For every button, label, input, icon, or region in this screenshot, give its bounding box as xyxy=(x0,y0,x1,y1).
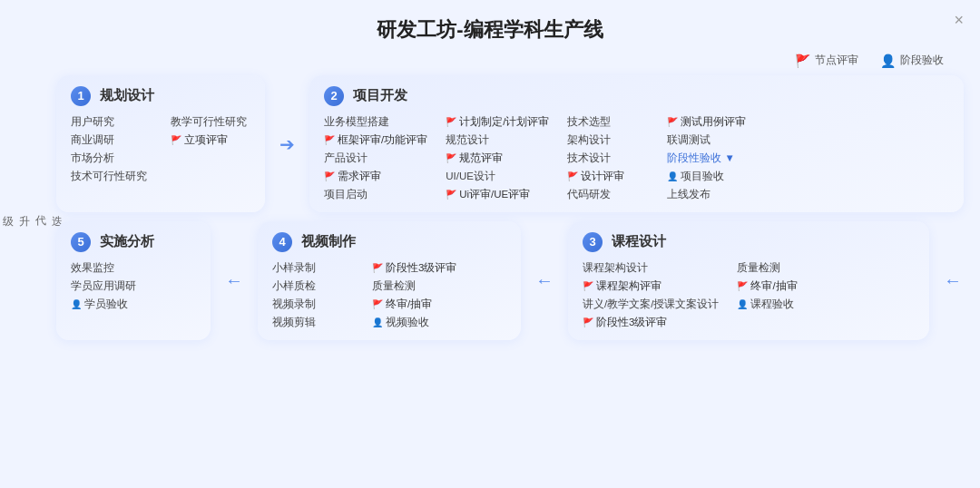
item-flag: 立项评审 xyxy=(171,133,252,147)
card2-title: 2 项目开发 xyxy=(324,86,949,106)
item: 视频录制 xyxy=(272,298,354,311)
card5-col1: 效果监控 学员应用调研 学员验收 xyxy=(71,261,152,311)
flag-icon: 🚩 xyxy=(795,54,810,68)
card2-body: 业务模型搭建 框架评审/功能评审 产品设计 需求评审 项目启动 计划制定/计划评… xyxy=(324,115,949,201)
item: 视频剪辑 xyxy=(272,316,354,329)
card4-col1: 小样录制 小样质检 视频录制 视频剪辑 xyxy=(272,261,354,329)
card4-title: 4 视频制作 xyxy=(272,232,506,252)
item: 课程架构设计 xyxy=(583,261,719,275)
item-flag: 终审/抽审 xyxy=(737,279,818,293)
card-course-design: 3 课程设计 课程架构设计 课程架构评审 讲义/教学文案/授课文案设计 阶段性3… xyxy=(568,221,929,340)
item-person: 课程验收 xyxy=(737,298,818,311)
item: 教学可行性研究 xyxy=(171,115,252,129)
item-flag: 课程架构评审 xyxy=(583,279,719,293)
legend: 🚩 节点评审 👤 阶段验收 xyxy=(0,53,980,68)
item: 产品设计 xyxy=(324,151,427,165)
card1-col2: 教学可行性研究 立项评审 xyxy=(171,115,252,183)
main-content: 1 规划设计 用户研究 商业调研 市场分析 技术可行性研究 教学可行性研究 立项… xyxy=(40,75,980,340)
item: UI/UE设计 xyxy=(446,170,549,183)
item: 小样质检 xyxy=(272,279,354,293)
arrow-left-2: ← xyxy=(534,221,555,340)
card4-body: 小样录制 小样质检 视频录制 视频剪辑 阶段性3级评审 质量检测 终审/抽审 视… xyxy=(272,261,506,329)
card3-body: 课程架构设计 课程架构评审 讲义/教学文案/授课文案设计 阶段性3级评审 质量检… xyxy=(583,261,915,329)
bottom-row: 5 实施分析 效果监控 学员应用调研 学员验收 ← 4 视频制作 xyxy=(56,221,964,340)
card4-num: 4 xyxy=(272,232,292,252)
item-flag: 需求评审 xyxy=(324,170,427,183)
item: 联调测试 xyxy=(667,133,749,147)
item-flag: 设计评审 xyxy=(567,170,649,183)
item-flag: 阶段性3级评审 xyxy=(372,261,456,275)
item: 技术选型 xyxy=(567,115,649,129)
item: 架构设计 xyxy=(567,133,649,147)
item: 规范设计 xyxy=(446,133,549,147)
item-person: 项目验收 xyxy=(667,170,749,183)
item-person: 学员验收 xyxy=(71,298,152,311)
item: 技术可行性研究 xyxy=(71,170,152,183)
item: 市场分析 xyxy=(71,151,152,165)
item: 效果监控 xyxy=(71,261,152,275)
person-icon: 👤 xyxy=(880,54,896,68)
arrow-right-1: ➔ xyxy=(278,75,297,212)
top-row: 1 规划设计 用户研究 商业调研 市场分析 技术可行性研究 教学可行性研究 立项… xyxy=(56,75,964,212)
card-planning: 1 规划设计 用户研究 商业调研 市场分析 技术可行性研究 教学可行性研究 立项… xyxy=(56,75,265,212)
item-flag: 规范评审 xyxy=(446,151,549,165)
item-flag: Ui评审/UE评审 xyxy=(446,188,549,201)
card2-col1: 业务模型搭建 框架评审/功能评审 产品设计 需求评审 项目启动 xyxy=(324,115,427,201)
item: 业务模型搭建 xyxy=(324,115,427,129)
card2-num: 2 xyxy=(324,86,344,106)
item: 质量检测 xyxy=(372,279,456,293)
arrow-left-3: ← xyxy=(942,221,964,340)
arrow-left-1: ← xyxy=(223,221,245,340)
legend-person-label: 阶段验收 xyxy=(900,53,944,68)
item: 小样录制 xyxy=(272,261,354,275)
item: 学员应用调研 xyxy=(71,279,152,293)
item: 商业调研 xyxy=(71,133,152,147)
card1-body: 用户研究 商业调研 市场分析 技术可行性研究 教学可行性研究 立项评审 xyxy=(71,115,250,183)
item-highlight[interactable]: 阶段性验收 ▼ xyxy=(667,151,749,165)
item: 质量检测 xyxy=(737,261,818,275)
item: 用户研究 xyxy=(71,115,152,129)
item: 项目启动 xyxy=(324,188,427,201)
legend-flag: 🚩 节点评审 xyxy=(795,53,858,68)
item-flag: 阶段性3级评审 xyxy=(583,316,719,329)
item: 技术设计 xyxy=(567,151,649,165)
legend-person: 👤 阶段验收 xyxy=(880,53,944,68)
item: 讲义/教学文案/授课文案设计 xyxy=(583,298,719,311)
card1-col1: 用户研究 商业调研 市场分析 技术可行性研究 xyxy=(71,115,152,183)
card3-col2: 质量检测 终审/抽审 课程验收 xyxy=(737,261,818,329)
card1-num: 1 xyxy=(71,86,91,106)
page-title: 研发工坊-编程学科生产线 xyxy=(0,0,980,44)
card2-col3: 技术选型 架构设计 技术设计 设计评审 代码研发 xyxy=(567,115,649,201)
close-button[interactable]: × xyxy=(954,11,964,30)
item-flag: 终审/抽审 xyxy=(372,298,456,311)
card5-title: 5 实施分析 xyxy=(71,232,196,252)
card3-num: 3 xyxy=(583,232,603,252)
legend-flag-label: 节点评审 xyxy=(815,53,858,68)
side-label: 迭 代 升 级 xyxy=(0,207,65,209)
card2-col4: 测试用例评审 联调测试 阶段性验收 ▼ 项目验收 上线发布 xyxy=(667,115,749,201)
item: 上线发布 xyxy=(667,188,749,201)
item-person: 视频验收 xyxy=(372,316,456,329)
card4-col2: 阶段性3级评审 质量检测 终审/抽审 视频验收 xyxy=(372,261,456,329)
card-implementation: 5 实施分析 效果监控 学员应用调研 学员验收 xyxy=(56,221,211,340)
card3-title: 3 课程设计 xyxy=(583,232,915,252)
item-flag: 计划制定/计划评审 xyxy=(446,115,549,129)
card2-col2: 计划制定/计划评审 规范设计 规范评审 UI/UE设计 Ui评审/UE评审 xyxy=(446,115,549,201)
item-flag: 框架评审/功能评审 xyxy=(324,133,427,147)
card-project-dev: 2 项目开发 业务模型搭建 框架评审/功能评审 产品设计 需求评审 项目启动 计… xyxy=(309,75,964,212)
card5-num: 5 xyxy=(71,232,91,252)
item: 代码研发 xyxy=(567,188,649,201)
card3-col1: 课程架构设计 课程架构评审 讲义/教学文案/授课文案设计 阶段性3级评审 xyxy=(583,261,719,329)
card5-body: 效果监控 学员应用调研 学员验收 xyxy=(71,261,196,311)
item-flag: 测试用例评审 xyxy=(667,115,749,129)
card-video: 4 视频制作 小样录制 小样质检 视频录制 视频剪辑 阶段性3级评审 质量检测 … xyxy=(258,221,521,340)
content-wrapper: 迭 代 升 级 1 规划设计 用户研究 商业调研 市场分析 技术可行性研究 xyxy=(0,75,980,340)
card1-title: 1 规划设计 xyxy=(71,86,250,106)
